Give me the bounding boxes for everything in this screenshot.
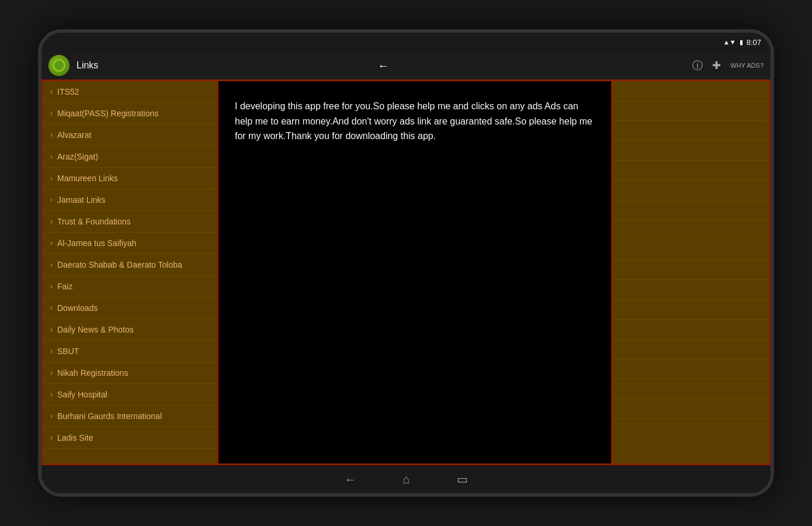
sidebar-item-label: Downloads — [57, 303, 98, 313]
chevron-icon: › — [50, 196, 53, 204]
main-content: › ITS52 › Miqaat(PASS) Registrations › A… — [41, 79, 771, 465]
chevron-icon: › — [50, 347, 53, 355]
sidebar[interactable]: › ITS52 › Miqaat(PASS) Registrations › A… — [43, 81, 218, 463]
sidebar-item-label: Daerato Shabab & Daerato Toloba — [57, 260, 182, 269]
chevron-icon: › — [50, 326, 53, 334]
center-content: I developing this app free for you.So pl… — [218, 81, 611, 463]
chevron-icon: › — [50, 153, 53, 161]
sidebar-item-aljamea[interactable]: › Al-Jamea tus Saifiyah — [43, 233, 217, 254]
chevron-icon: › — [50, 369, 53, 377]
sidebar-item-label: Burhani Gaurds International — [57, 411, 162, 421]
sidebar-item-jamaat[interactable]: › Jamaat Links — [43, 189, 217, 211]
dialog-message: I developing this app free for you.So pl… — [235, 99, 595, 144]
right-panel-row — [613, 141, 769, 161]
chevron-icon: › — [50, 217, 53, 226]
chevron-icon: › — [50, 88, 53, 96]
app-logo — [48, 55, 70, 76]
sidebar-item-label: Saify Hospital — [57, 390, 107, 399]
sidebar-item-label: Trust & Foundations — [57, 217, 131, 226]
sidebar-item-alvazarat[interactable]: › Alvazarat — [43, 124, 217, 146]
sidebar-item-label: SBUT — [57, 347, 79, 356]
sidebar-item-saify-hospital[interactable]: › Saify Hospital — [43, 384, 217, 406]
app-title: Links — [77, 60, 366, 71]
sidebar-item-label: Ladis Site — [57, 433, 93, 442]
tablet-frame: ▲▼ ▮ 8:07 Links ← ⓘ ✚ WHY ADS? — [38, 29, 774, 497]
sidebar-item-label: Nikah Registrations — [57, 368, 128, 378]
sidebar-item-label: Jamaat Links — [57, 195, 105, 205]
chevron-icon: › — [50, 239, 53, 247]
chevron-icon: › — [50, 390, 53, 399]
app-logo-inner — [53, 59, 65, 72]
app-bar: Links ← ⓘ ✚ WHY ADS? — [41, 51, 771, 79]
right-panel-row — [613, 220, 769, 240]
sidebar-item-sbut[interactable]: › SBUT — [43, 341, 217, 362]
nav-recents-button[interactable]: ▭ — [457, 472, 468, 486]
dialog-box: I developing this app free for you.So pl… — [218, 81, 611, 463]
sidebar-item-faiz[interactable]: › Faiz — [43, 276, 217, 297]
info-icon[interactable]: ⓘ — [692, 58, 703, 72]
battery-icon: ▮ — [740, 39, 743, 46]
toolbar-icons: ⓘ ✚ WHY ADS? — [692, 58, 764, 72]
right-panel-row — [613, 280, 769, 300]
right-panel — [611, 81, 769, 463]
chevron-icon: › — [50, 174, 53, 182]
screen: Links ← ⓘ ✚ WHY ADS? › ITS52 › Miqaat(PA… — [41, 51, 771, 493]
sidebar-item-label: ITS52 — [57, 87, 79, 96]
sidebar-item-label: Miqaat(PASS) Registrations — [57, 109, 158, 118]
sidebar-item-label: Araz(Sigat) — [57, 152, 98, 161]
right-panel-row — [613, 399, 769, 419]
sidebar-item-daerato[interactable]: › Daerato Shabab & Daerato Toloba — [43, 254, 217, 276]
sidebar-item-label: Faiz — [57, 282, 72, 291]
nav-back-button[interactable]: ← — [344, 473, 356, 486]
signal-icon: ▲▼ — [723, 39, 736, 46]
sidebar-item-downloads[interactable]: › Downloads — [43, 297, 217, 319]
right-panel-row — [613, 200, 769, 220]
chevron-icon: › — [50, 434, 53, 442]
right-panel-row — [613, 340, 769, 359]
sidebar-item-trust[interactable]: › Trust & Foundations — [43, 211, 217, 233]
bottom-nav: ← ⌂ ▭ — [41, 465, 771, 493]
right-panel-row — [613, 300, 769, 320]
right-panel-row — [613, 181, 769, 200]
add-icon[interactable]: ✚ — [712, 59, 721, 72]
chevron-icon: › — [50, 304, 53, 312]
sidebar-item-label: Daily News & Photos — [57, 325, 134, 334]
sidebar-item-nikah[interactable]: › Nikah Registrations — [43, 362, 217, 384]
chevron-icon: › — [50, 282, 53, 290]
chevron-icon: › — [50, 261, 53, 269]
right-panel-row — [613, 240, 769, 260]
sidebar-item-burhani[interactable]: › Burhani Gaurds International — [43, 406, 217, 427]
sidebar-item-mamureen[interactable]: › Mamureen Links — [43, 168, 217, 189]
sidebar-item-its52[interactable]: › ITS52 — [43, 81, 217, 103]
right-panel-row — [613, 161, 769, 181]
nav-home-button[interactable]: ⌂ — [402, 473, 410, 486]
sidebar-item-label: Mamureen Links — [57, 174, 118, 183]
sidebar-item-araz[interactable]: › Araz(Sigat) — [43, 146, 217, 168]
chevron-icon: › — [50, 109, 53, 117]
sidebar-item-label: Al-Jamea tus Saifiyah — [57, 238, 136, 248]
right-panel-row — [613, 359, 769, 379]
right-panel-row — [613, 260, 769, 280]
chevron-icon: › — [50, 412, 53, 420]
status-bar: ▲▼ ▮ 8:07 — [41, 33, 771, 51]
right-panel-row — [613, 121, 769, 141]
status-icons: ▲▼ ▮ 8:07 — [723, 38, 761, 47]
chevron-icon: › — [50, 131, 53, 139]
status-time: 8:07 — [747, 38, 761, 47]
sidebar-item-ladis[interactable]: › Ladis Site — [43, 427, 217, 449]
sidebar-item-miqaat[interactable]: › Miqaat(PASS) Registrations — [43, 103, 217, 124]
right-panel-row — [613, 81, 769, 101]
right-panel-row — [613, 379, 769, 399]
sidebar-item-label: Alvazarat — [57, 130, 91, 140]
right-panel-row — [613, 101, 769, 121]
right-panel-row — [613, 320, 769, 340]
back-button[interactable]: ← — [377, 59, 389, 72]
sidebar-item-daily-news[interactable]: › Daily News & Photos — [43, 319, 217, 341]
why-ads-button[interactable]: WHY ADS? — [730, 62, 764, 69]
